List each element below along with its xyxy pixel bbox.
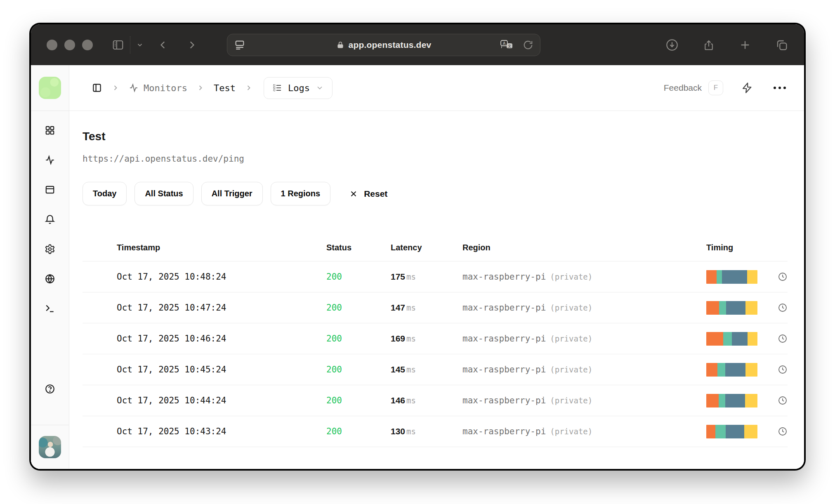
table-row[interactable]: Oct 17, 2025 10:47:24 200 147ms max-rasp… bbox=[83, 292, 788, 323]
region-privacy-label: (private) bbox=[550, 272, 592, 281]
status-code-cell: 200 bbox=[326, 272, 391, 282]
col-header-status[interactable]: Status bbox=[326, 243, 391, 252]
latency-cell: 146ms bbox=[391, 396, 462, 405]
latency-cell: 145ms bbox=[391, 365, 462, 374]
clock-icon[interactable] bbox=[778, 426, 788, 436]
site-settings-icon[interactable] bbox=[234, 39, 245, 51]
region-privacy-label: (private) bbox=[550, 303, 592, 312]
view-selector-logs[interactable]: Logs bbox=[264, 77, 333, 99]
timing-segment-dns bbox=[706, 394, 719, 407]
timestamp-cell: Oct 17, 2025 10:43:24 bbox=[117, 426, 326, 436]
timing-bar[interactable] bbox=[706, 301, 757, 315]
clock-icon[interactable] bbox=[778, 334, 788, 344]
new-tab-plus-icon[interactable] bbox=[739, 39, 751, 51]
table-row[interactable]: Oct 17, 2025 10:45:24 200 145ms max-rasp… bbox=[83, 354, 788, 385]
region-cell: max-raspberry-pi(private) bbox=[462, 365, 706, 374]
clock-icon[interactable] bbox=[778, 303, 788, 313]
region-cell: max-raspberry-pi(private) bbox=[462, 426, 706, 436]
reload-icon[interactable] bbox=[523, 40, 533, 50]
logs-table: Timestamp Status Latency Region Timing O… bbox=[83, 234, 788, 447]
timing-cell bbox=[706, 363, 788, 377]
zap-icon[interactable] bbox=[741, 82, 753, 94]
region-cell: max-raspberry-pi(private) bbox=[462, 396, 706, 405]
chevron-right-icon bbox=[111, 84, 120, 92]
user-avatar[interactable] bbox=[39, 436, 61, 458]
col-header-region[interactable]: Region bbox=[462, 243, 706, 252]
browser-sidebar-toggle-icon[interactable] bbox=[112, 39, 124, 51]
timing-segment-ttfb bbox=[744, 425, 757, 438]
timing-bar[interactable] bbox=[706, 425, 757, 438]
logs-list-icon bbox=[272, 83, 282, 93]
address-bar[interactable]: app.openstatus.dev A 文 bbox=[227, 34, 540, 56]
help-circle-icon[interactable] bbox=[45, 384, 55, 394]
status-code-cell: 200 bbox=[326, 396, 391, 405]
breadcrumb-item-test[interactable]: Test bbox=[214, 83, 236, 93]
timing-segment-connect bbox=[719, 394, 725, 407]
latency-cell: 130ms bbox=[391, 426, 462, 436]
back-button-icon[interactable] bbox=[158, 40, 168, 50]
clock-icon[interactable] bbox=[778, 396, 788, 405]
sidebar-item-terminal-cli-icon[interactable] bbox=[45, 303, 55, 314]
sidebar-item-settings-gear-icon[interactable] bbox=[45, 244, 55, 254]
forward-button-icon[interactable] bbox=[186, 40, 197, 50]
table-row[interactable]: Oct 17, 2025 10:46:24 200 169ms max-rasp… bbox=[83, 323, 788, 354]
breadcrumb-item-monitors[interactable]: Monitors bbox=[129, 83, 187, 93]
latency-unit: ms bbox=[406, 334, 416, 343]
browser-titlebar: app.openstatus.dev A 文 bbox=[31, 24, 804, 65]
share-icon[interactable] bbox=[703, 38, 715, 52]
close-window-button[interactable] bbox=[47, 40, 57, 50]
sidebar-item-status-pages-panel-icon[interactable] bbox=[45, 184, 55, 195]
filter-regions-button[interactable]: 1 Regions bbox=[271, 182, 331, 205]
timestamp-cell: Oct 17, 2025 10:46:24 bbox=[117, 334, 326, 344]
timing-segment-tls bbox=[726, 301, 745, 315]
clock-icon[interactable] bbox=[778, 272, 788, 282]
col-header-latency[interactable]: Latency bbox=[391, 243, 462, 252]
timing-segment-ttfb bbox=[745, 394, 757, 407]
table-row[interactable]: Oct 17, 2025 10:44:24 200 146ms max-rasp… bbox=[83, 385, 788, 416]
window-controls[interactable] bbox=[47, 40, 93, 50]
filter-date-button[interactable]: Today bbox=[83, 182, 127, 205]
sidebar-item-globe-icon[interactable] bbox=[45, 273, 55, 284]
timing-bar[interactable] bbox=[706, 270, 757, 284]
workspace-logo[interactable] bbox=[39, 77, 61, 99]
col-header-timestamp[interactable]: Timestamp bbox=[117, 243, 326, 252]
sidebar-item-notifications-bell-icon[interactable] bbox=[45, 214, 55, 225]
table-row[interactable]: Oct 17, 2025 10:48:24 200 175ms max-rasp… bbox=[83, 261, 788, 292]
filter-bar: Today All Status All Trigger 1 Regions R… bbox=[83, 182, 788, 205]
sidebar-item-dashboard-grid-icon[interactable] bbox=[45, 125, 55, 136]
timing-segment-ttfb bbox=[748, 332, 757, 346]
timing-segment-ttfb bbox=[745, 301, 757, 315]
table-row[interactable]: Oct 17, 2025 10:43:24 200 130ms max-rasp… bbox=[83, 416, 788, 447]
timing-segment-connect bbox=[717, 270, 722, 284]
sidebar-chevron-down-icon[interactable] bbox=[136, 41, 144, 49]
sidebar-item-monitors-activity-icon[interactable] bbox=[45, 155, 55, 165]
translate-icon[interactable]: A 文 bbox=[500, 39, 514, 51]
timing-segment-connect bbox=[719, 301, 726, 315]
col-header-timing[interactable]: Timing bbox=[706, 243, 788, 252]
clock-icon[interactable] bbox=[778, 365, 788, 374]
more-options-icon[interactable] bbox=[774, 87, 786, 89]
timing-cell bbox=[706, 394, 788, 407]
timing-bar[interactable] bbox=[706, 332, 757, 346]
url-text: app.openstatus.dev bbox=[349, 40, 432, 50]
feedback-button[interactable]: Feedback bbox=[664, 83, 702, 93]
timing-bar[interactable] bbox=[706, 363, 757, 377]
timestamp-cell: Oct 17, 2025 10:48:24 bbox=[117, 272, 326, 282]
latency-cell: 169ms bbox=[391, 334, 462, 344]
timing-segment-tls bbox=[725, 394, 745, 407]
tab-overview-icon[interactable] bbox=[775, 38, 788, 52]
app-sidebar-toggle-icon[interactable] bbox=[92, 82, 102, 93]
timing-bar[interactable] bbox=[706, 394, 757, 407]
timestamp-cell: Oct 17, 2025 10:45:24 bbox=[117, 365, 326, 374]
downloads-icon[interactable] bbox=[665, 38, 679, 52]
reset-filters-button[interactable]: Reset bbox=[349, 189, 387, 199]
status-code-cell: 200 bbox=[326, 365, 391, 374]
x-icon bbox=[349, 189, 358, 198]
filter-status-button[interactable]: All Status bbox=[134, 182, 193, 205]
filter-trigger-button[interactable]: All Trigger bbox=[201, 182, 263, 205]
page-title: Test bbox=[83, 130, 788, 143]
zoom-window-button[interactable] bbox=[82, 40, 93, 50]
status-code-cell: 200 bbox=[326, 334, 391, 344]
minimize-window-button[interactable] bbox=[64, 40, 75, 50]
region-privacy-label: (private) bbox=[550, 334, 592, 343]
